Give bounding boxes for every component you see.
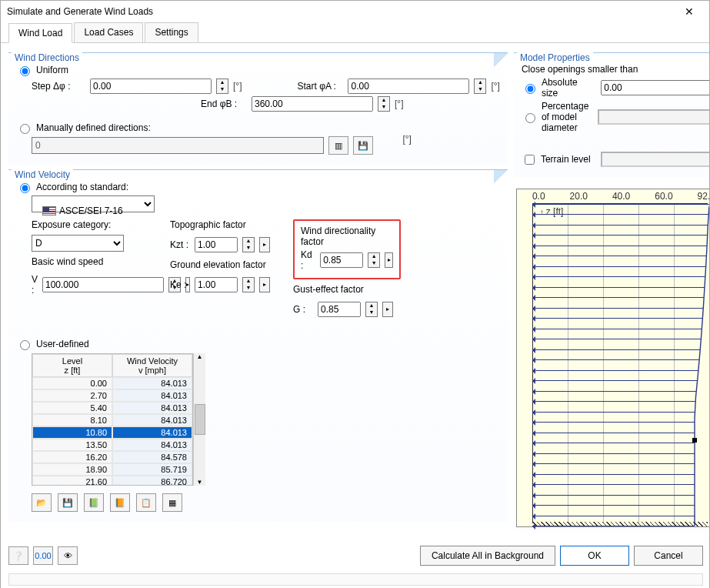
tool-grid[interactable]: ▦ bbox=[162, 493, 182, 512]
topo-label: Topographic factor bbox=[170, 219, 270, 230]
abs-size-input[interactable] bbox=[601, 80, 710, 95]
exposure-select[interactable]: D bbox=[32, 235, 124, 252]
cancel-button[interactable]: Cancel bbox=[634, 546, 703, 566]
group-title: Wind Velocity bbox=[12, 169, 73, 180]
step-spinner[interactable]: ▲▼ bbox=[216, 79, 228, 94]
v-input[interactable] bbox=[42, 277, 164, 292]
pct-input bbox=[598, 109, 710, 125]
table-row[interactable]: 18.9085.719 bbox=[32, 463, 192, 476]
group-wind-velocity: Wind Velocity According to standard: ASC… bbox=[8, 169, 508, 522]
close-icon[interactable]: ✕ bbox=[674, 1, 705, 22]
end-spinner[interactable]: ▲▼ bbox=[378, 96, 390, 112]
standard-radio[interactable] bbox=[20, 183, 30, 193]
units-button[interactable]: 0.00 bbox=[33, 546, 53, 565]
pct-radio[interactable] bbox=[525, 113, 535, 123]
kd-highlight: Wind directionality factor Kd : ▲▼ ▸ bbox=[293, 219, 401, 279]
group-chart: 0.020.040.060.092.0 [mph] ↑ z [ft] 40.53… bbox=[514, 182, 710, 531]
tab-load-cases[interactable]: Load Cases bbox=[74, 22, 143, 42]
calc-button[interactable]: Calculate All in Background bbox=[420, 546, 555, 566]
table-row[interactable]: 21.6086.720 bbox=[32, 476, 192, 485]
table-scrollbar[interactable]: ▲ ▼ bbox=[193, 353, 205, 486]
table-row[interactable]: 10.8084.013 bbox=[32, 426, 192, 439]
tool-excel-out[interactable]: 📙 bbox=[110, 493, 130, 512]
step-label: Step Δφ : bbox=[32, 81, 85, 92]
pick-button[interactable]: ▥ bbox=[328, 136, 348, 155]
end-label: End φB : bbox=[201, 99, 247, 109]
tool-excel-in[interactable]: 📗 bbox=[84, 493, 104, 512]
kzt-input[interactable] bbox=[195, 237, 238, 252]
tab-settings[interactable]: Settings bbox=[145, 22, 198, 42]
help-button[interactable]: ❔ bbox=[8, 546, 28, 565]
uniform-radio[interactable] bbox=[20, 66, 30, 76]
table-row[interactable]: 8.1084.013 bbox=[32, 414, 192, 426]
velocity-profile-chart: 0.020.040.060.092.0 [mph] ↑ z [ft] 40.53… bbox=[516, 189, 710, 527]
table-row[interactable]: 5.4084.013 bbox=[32, 402, 192, 414]
userdef-radio[interactable] bbox=[20, 340, 30, 350]
standard-select[interactable] bbox=[32, 195, 155, 212]
tool-save[interactable]: 💾 bbox=[58, 493, 78, 512]
kd-input[interactable] bbox=[320, 252, 363, 268]
col-level: Level z [ft] bbox=[32, 354, 112, 377]
table-row[interactable]: 13.5084.013 bbox=[32, 439, 192, 451]
table-row[interactable]: 2.7084.013 bbox=[32, 389, 192, 402]
group-title: Wind Directions bbox=[12, 52, 82, 63]
view-button[interactable]: 👁 bbox=[58, 546, 78, 565]
group-model-properties: Model Properties Close openings smaller … bbox=[514, 52, 710, 177]
ke-input[interactable] bbox=[195, 277, 238, 292]
group-wind-directions: Wind Directions Uniform Step Δφ : ▲▼ [°]… bbox=[8, 52, 508, 165]
terrain-input bbox=[601, 152, 710, 167]
tool-open[interactable]: 📂 bbox=[32, 493, 52, 512]
gef-label: Gust-effect factor bbox=[293, 284, 401, 295]
terrain-check[interactable] bbox=[525, 155, 535, 165]
table-row[interactable]: 16.2084.578 bbox=[32, 451, 192, 463]
table-row[interactable]: 0.0084.013 bbox=[32, 377, 192, 389]
window-title: Simulate and Generate Wind Loads bbox=[7, 1, 153, 22]
save-button[interactable]: 💾 bbox=[353, 136, 373, 155]
col-velocity: Wind Velocity v [mph] bbox=[112, 354, 192, 377]
ge-label: Ground elevation factor bbox=[170, 259, 270, 270]
g-input[interactable] bbox=[318, 302, 361, 317]
end-input[interactable] bbox=[252, 96, 373, 112]
start-label: Start φA : bbox=[297, 81, 343, 92]
abs-size-radio[interactable] bbox=[525, 84, 535, 94]
ok-button[interactable]: OK bbox=[560, 546, 629, 566]
manual-radio[interactable] bbox=[20, 124, 30, 134]
tool-copy[interactable]: 📋 bbox=[136, 493, 156, 512]
tab-wind-load[interactable]: Wind Load bbox=[8, 23, 72, 43]
velocity-table[interactable]: Level z [ft] Wind Velocity v [mph] 0.008… bbox=[32, 353, 193, 486]
start-input[interactable] bbox=[348, 79, 469, 94]
exposure-label: Exposure category: bbox=[32, 219, 147, 230]
close-open-label: Close openings smaller than bbox=[522, 64, 638, 75]
start-spinner[interactable]: ▲▼ bbox=[474, 79, 486, 94]
manual-input bbox=[32, 137, 324, 154]
step-input[interactable] bbox=[90, 79, 212, 94]
wdf-label: Wind directionality factor bbox=[301, 226, 375, 247]
status-bar bbox=[8, 573, 703, 586]
basic-label: Basic wind speed bbox=[32, 256, 147, 267]
